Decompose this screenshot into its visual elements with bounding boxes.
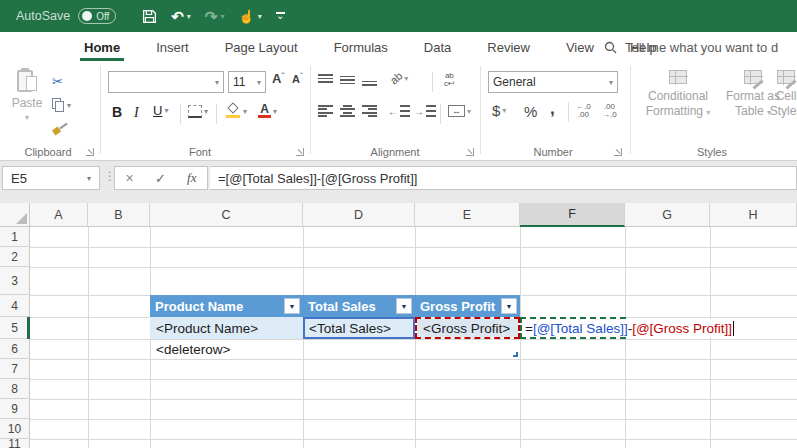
column-header-h[interactable]: H <box>710 203 797 227</box>
name-box[interactable]: E5 ▾ <box>2 166 100 190</box>
number-format-select[interactable]: General ▾ <box>488 71 618 93</box>
outdent-arrow-icon: ← <box>388 106 398 117</box>
align-left-button[interactable] <box>318 105 333 117</box>
decrease-decimal-button[interactable]: .00 →.0 <box>602 103 617 119</box>
autosave-toggle[interactable]: Off <box>78 8 116 24</box>
currency-caret-icon[interactable]: ▾ <box>502 106 506 115</box>
decrease-indent-button[interactable]: ← <box>388 105 410 117</box>
fill-caret-icon[interactable]: ▾ <box>243 107 247 116</box>
increase-decimal-button[interactable]: ←.0 .00 <box>576 103 591 119</box>
customize-qat-button[interactable]: ⌄ <box>276 12 285 20</box>
borders-caret-icon[interactable]: ▾ <box>204 107 208 116</box>
row-header-3[interactable]: 3 <box>0 267 30 295</box>
tab-home[interactable]: Home <box>66 32 138 62</box>
orientation-button[interactable]: ab ▾ <box>390 72 408 84</box>
top-align-button[interactable] <box>318 74 333 86</box>
underline-button[interactable]: U ▾ <box>153 103 168 118</box>
filter-button-gross-profit[interactable]: ▼ <box>501 298 517 314</box>
conditional-formatting-button[interactable]: Conditional Formatting ▾ <box>636 70 720 120</box>
font-color-caret-icon[interactable]: ▾ <box>273 107 277 116</box>
borders-button[interactable]: ▾ <box>188 105 208 118</box>
cell-f5-formula-edit[interactable]: =[@[Total Sales]]-[@[Gross Profit]] <box>523 319 736 337</box>
wrap-text-button[interactable]: ab c↩ <box>444 72 455 88</box>
align-center-button[interactable] <box>340 105 355 117</box>
formula-input[interactable]: =[@[Total Sales]]-[@[Gross Profit]] <box>210 166 797 190</box>
font-name-select[interactable]: ▾ <box>108 71 224 93</box>
merge-center-button[interactable]: ↔ ▾ <box>448 105 471 117</box>
column-header-d[interactable]: D <box>303 203 415 227</box>
cell-d5-text: <Total Sales> <box>309 321 391 336</box>
name-box-caret-icon[interactable]: ▾ <box>87 174 91 183</box>
column-header-c[interactable]: C <box>150 203 303 227</box>
grow-caret-icon: ˆ <box>281 72 284 80</box>
enter-button[interactable]: ✓ <box>155 171 166 186</box>
row-header-1[interactable]: 1 <box>0 227 30 247</box>
middle-align-button[interactable] <box>340 74 355 86</box>
row-header-8[interactable]: 8 <box>0 379 30 399</box>
column-header-b[interactable]: B <box>88 203 150 227</box>
group-separator <box>310 66 311 154</box>
tab-page-layout[interactable]: Page Layout <box>207 32 316 62</box>
column-header-f[interactable]: F <box>520 203 625 227</box>
increase-font-size-button[interactable]: A ˆ <box>272 72 284 86</box>
decrease-font-size-button[interactable]: A ˇ <box>292 72 303 86</box>
paste-button[interactable]: Paste ▾ <box>8 68 46 122</box>
tab-data[interactable]: Data <box>406 32 469 62</box>
fill-color-button[interactable]: ▾ <box>226 104 247 118</box>
touch-caret-icon[interactable]: ▾ <box>258 12 262 21</box>
select-all-button[interactable] <box>0 203 30 227</box>
increase-indent-button[interactable]: → <box>414 105 436 117</box>
row-header-11[interactable]: 11 <box>0 439 30 448</box>
row-header-5[interactable]: 5 <box>0 317 30 339</box>
cell-c6[interactable]: <deleterow> <box>150 339 303 359</box>
tab-insert[interactable]: Insert <box>138 32 207 62</box>
clipboard-dialog-launcher[interactable] <box>86 148 94 156</box>
cell-c5[interactable]: <Product Name> <box>150 317 303 339</box>
column-header-g[interactable]: G <box>625 203 710 227</box>
underline-caret-icon[interactable]: ▾ <box>164 106 168 115</box>
cell-styles-button[interactable]: Cell Styles <box>760 70 797 119</box>
row-header-2[interactable]: 2 <box>0 247 30 267</box>
tab-view[interactable]: View <box>548 32 612 62</box>
currency-button[interactable]: $ ▾ <box>492 102 506 119</box>
row-header-7[interactable]: 7 <box>0 359 30 379</box>
insert-function-button[interactable]: fx <box>187 170 196 186</box>
align-right-button[interactable] <box>362 105 377 117</box>
filter-button-total-sales[interactable]: ▼ <box>396 298 412 314</box>
tab-review[interactable]: Review <box>469 32 548 62</box>
bottom-align-button[interactable] <box>362 74 377 86</box>
alignment-dialog-launcher[interactable] <box>466 148 474 156</box>
row-header-4[interactable]: 4 <box>0 295 30 317</box>
cancel-button[interactable]: × <box>126 170 134 186</box>
undo-caret-icon[interactable]: ▾ <box>187 12 191 21</box>
cell-e5-referenced[interactable]: <Gross Profit> <box>415 317 520 339</box>
row-header-6[interactable]: 6 <box>0 339 30 359</box>
number-dialog-launcher[interactable] <box>614 148 622 156</box>
copy-button[interactable]: ▾ <box>52 98 71 112</box>
cut-button[interactable]: ✂ <box>52 72 63 90</box>
italic-button[interactable]: I <box>134 103 139 121</box>
formula-bar: E5 ▾ ⋮ × ✓ fx =[@[Total Sales]]-[@[Gross… <box>0 161 797 203</box>
merge-caret-icon[interactable]: ▾ <box>467 107 471 116</box>
percent-button[interactable]: % <box>524 103 537 121</box>
copy-caret-icon[interactable]: ▾ <box>67 101 71 110</box>
filter-button-product-name[interactable]: ▼ <box>284 298 300 314</box>
cs-label-line1: Cell <box>776 89 797 103</box>
column-header-e[interactable]: E <box>415 203 520 227</box>
font-dialog-launcher[interactable] <box>296 148 304 156</box>
table-resize-handle[interactable] <box>513 352 518 357</box>
font-size-select[interactable]: 11 ▾ <box>228 71 266 93</box>
separator <box>180 104 181 124</box>
column-header-a[interactable]: A <box>30 203 88 227</box>
bold-button[interactable]: B <box>112 103 122 121</box>
tell-me-search[interactable]: Tell me what you want to d <box>604 32 797 62</box>
font-color-button[interactable]: A ▾ <box>258 104 277 118</box>
touch-mouse-mode-button[interactable]: ☝ ▾ <box>238 10 261 23</box>
tab-formulas[interactable]: Formulas <box>316 32 406 62</box>
comma-button[interactable]: , <box>550 100 555 118</box>
redo-button[interactable]: ↷ ▾ <box>205 9 225 24</box>
cell-d5-referenced[interactable]: <Total Sales> <box>303 317 415 339</box>
undo-button[interactable]: ↶ ▾ <box>171 9 191 24</box>
save-button[interactable] <box>142 9 157 24</box>
row-header-9[interactable]: 9 <box>0 399 30 419</box>
